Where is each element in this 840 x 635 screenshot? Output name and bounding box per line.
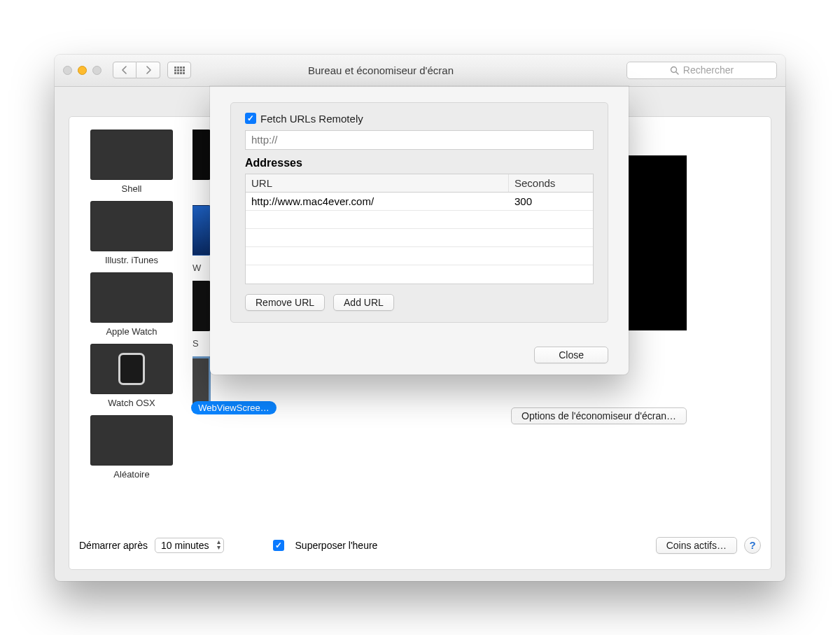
table-row[interactable] bbox=[246, 265, 593, 284]
search-field[interactable]: Rechercher bbox=[626, 62, 777, 79]
screensaver-webview[interactable]: WebViewScree… bbox=[192, 401, 275, 414]
thumbnail-icon bbox=[90, 344, 173, 394]
titlebar: Bureau et économiseur d'écran Rechercher bbox=[55, 55, 785, 87]
thumbnail-icon[interactable] bbox=[192, 281, 211, 331]
thumbnail-label: Apple Watch bbox=[106, 326, 157, 337]
screensaver-watchosx[interactable]: Watch OSX bbox=[90, 344, 173, 408]
cell-url: http://www.mac4ever.com/ bbox=[246, 195, 509, 207]
fetch-remotely-checkbox[interactable] bbox=[245, 113, 256, 124]
fetch-remotely-label: Fetch URLs Remotely bbox=[260, 113, 363, 125]
hot-corners-button[interactable]: Coins actifs… bbox=[656, 537, 737, 554]
thumbnail-icon bbox=[90, 415, 173, 466]
screensaver-random[interactable]: Aléatoire bbox=[90, 415, 173, 480]
search-icon bbox=[670, 66, 679, 75]
thumbnail-label: WebViewScree… bbox=[191, 401, 276, 414]
stepper-arrows-icon: ▴▾ bbox=[217, 539, 220, 550]
thumbnail-icon bbox=[90, 272, 173, 323]
close-window-icon[interactable] bbox=[63, 66, 72, 75]
search-placeholder: Rechercher bbox=[683, 64, 734, 76]
thumbnail-icon[interactable] bbox=[192, 130, 211, 180]
thumbnail-icon bbox=[90, 130, 173, 180]
table-row[interactable] bbox=[246, 211, 593, 229]
screensaver-shell[interactable]: Shell bbox=[90, 130, 173, 194]
addresses-table: URL Seconds http://www.mac4ever.com/ 300 bbox=[245, 174, 594, 284]
screensaver-column2: W S bbox=[192, 130, 211, 480]
help-button[interactable]: ? bbox=[744, 537, 761, 554]
thumbnail-label: Aléatoire bbox=[113, 469, 149, 480]
overlay-clock-checkbox[interactable] bbox=[273, 540, 284, 551]
svg-line-1 bbox=[676, 71, 678, 74]
start-after-value: 10 minutes bbox=[161, 540, 209, 551]
thumbnail-label: Watch OSX bbox=[108, 398, 155, 408]
back-button[interactable] bbox=[113, 62, 136, 78]
minimize-window-icon[interactable] bbox=[78, 66, 87, 75]
table-header: URL Seconds bbox=[246, 174, 593, 193]
overlay-clock-label: Superposer l'heure bbox=[295, 540, 378, 551]
screensaver-options-button[interactable]: Options de l'économiseur d'écran… bbox=[511, 407, 687, 424]
thumbnail-icon bbox=[90, 201, 173, 251]
start-after-select[interactable]: 10 minutes ▴▾ bbox=[155, 538, 223, 553]
options-inner: Fetch URLs Remotely Addresses URL Second… bbox=[230, 102, 608, 323]
thumbnail-label: Illustr. iTunes bbox=[105, 255, 158, 265]
cell-seconds: 300 bbox=[509, 195, 593, 207]
thumbnail-icon[interactable] bbox=[192, 205, 211, 256]
thumbnail-icon[interactable] bbox=[192, 356, 211, 407]
table-row[interactable] bbox=[246, 247, 593, 265]
start-after-label: Démarrer après bbox=[79, 540, 148, 551]
col-url[interactable]: URL bbox=[246, 174, 509, 192]
thumbnail-label: Shell bbox=[122, 183, 142, 194]
addresses-heading: Addresses bbox=[245, 157, 594, 169]
close-button[interactable]: Close bbox=[534, 347, 608, 363]
prefs-window: Bureau et économiseur d'écran Rechercher… bbox=[55, 55, 785, 581]
zoom-window-icon[interactable] bbox=[92, 66, 102, 75]
screensaver-itunes[interactable]: Illustr. iTunes bbox=[90, 201, 173, 265]
add-url-button[interactable]: Add URL bbox=[333, 294, 394, 311]
thumbnail-label: S bbox=[192, 338, 211, 349]
remote-url-input[interactable] bbox=[245, 130, 594, 150]
bottom-bar: Démarrer après 10 minutes ▴▾ Superposer … bbox=[79, 537, 761, 554]
window-title: Bureau et économiseur d'écran bbox=[142, 64, 620, 76]
table-row[interactable] bbox=[246, 229, 593, 247]
options-sheet: Fetch URLs Remotely Addresses URL Second… bbox=[210, 86, 629, 375]
table-row[interactable]: http://www.mac4ever.com/ 300 bbox=[246, 193, 593, 211]
col-seconds[interactable]: Seconds bbox=[509, 174, 593, 192]
thumbnail-label: W bbox=[192, 263, 211, 274]
remove-url-button[interactable]: Remove URL bbox=[245, 294, 325, 311]
traffic-lights bbox=[63, 66, 102, 75]
screensaver-applewatch[interactable]: Apple Watch bbox=[90, 272, 173, 337]
